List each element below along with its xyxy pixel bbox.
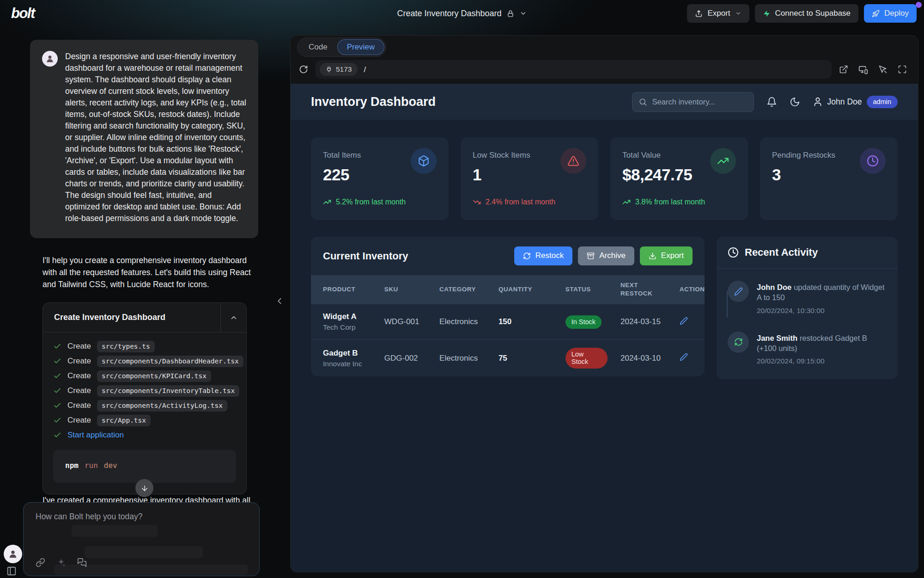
port-badge[interactable]: 5173 xyxy=(320,63,358,76)
chevron-left-icon xyxy=(274,296,285,306)
alert-triangle-icon xyxy=(560,148,586,174)
clock-icon xyxy=(728,247,739,258)
col-next-restock: Next Restock xyxy=(614,275,673,304)
user-icon xyxy=(813,97,823,107)
deploy-label: Deploy xyxy=(884,9,909,18)
collapse-chat-button[interactable] xyxy=(274,296,285,306)
tab-code[interactable]: Code xyxy=(299,39,337,55)
kpi-value: 3 xyxy=(772,166,835,184)
edit-row-button[interactable] xyxy=(680,317,688,325)
search-input[interactable] xyxy=(652,98,748,106)
dark-mode-toggle[interactable] xyxy=(790,97,800,107)
url-path: / xyxy=(364,65,366,74)
activity-actor: Jane Smith xyxy=(757,334,797,342)
step-action: Create xyxy=(67,416,91,425)
kpi-label: Low Stock Items xyxy=(473,149,530,160)
clock-icon xyxy=(860,148,886,174)
chevron-down-icon xyxy=(520,10,527,17)
step-action: Create xyxy=(67,386,91,395)
artifact-steps: Create src/types.ts Create src/component… xyxy=(43,332,246,444)
dashboard-header: Inventory Dashboard John Doe admin xyxy=(291,84,918,120)
check-icon xyxy=(53,416,61,424)
artifact-header[interactable]: Create Inventory Dashboard xyxy=(43,303,246,332)
lock-icon xyxy=(507,10,515,18)
archive-button[interactable]: Archive xyxy=(578,246,634,265)
file-chip[interactable]: src/components/KPICard.tsx xyxy=(97,370,211,382)
chat-bubbles-icon[interactable] xyxy=(77,558,87,567)
inspector-cursor-icon[interactable] xyxy=(878,65,888,74)
app-preview: Inventory Dashboard John Doe admin xyxy=(291,84,918,572)
share-icon xyxy=(695,10,703,18)
product-supplier: Innovate Inc xyxy=(323,360,371,368)
file-chip[interactable]: src/components/InventoryTable.tsx xyxy=(97,385,239,397)
next-restock-cell: 2024-03-15 xyxy=(614,304,673,340)
artifact-step: Create src/components/DashboardHeader.ts… xyxy=(53,354,236,369)
file-chip[interactable]: src/types.ts xyxy=(97,341,155,352)
product-name: Gadget B xyxy=(323,349,371,358)
kpi-card-total-items: Total Items 225 5.2% from last month xyxy=(311,137,449,220)
export-button[interactable]: Export xyxy=(687,4,749,23)
file-chip[interactable]: src/App.tsx xyxy=(97,415,151,426)
tab-preview[interactable]: Preview xyxy=(337,39,384,55)
link-icon[interactable] xyxy=(36,558,45,567)
category-cell: Electronics xyxy=(433,304,492,340)
check-icon xyxy=(53,372,61,380)
artifact-title: Create Inventory Dashboard xyxy=(43,303,220,332)
moon-icon xyxy=(790,97,800,107)
deploy-button[interactable]: Deploy xyxy=(864,4,917,23)
restock-button[interactable]: Restock xyxy=(514,246,572,265)
kpi-trend xyxy=(772,197,886,207)
plug-icon xyxy=(326,66,332,73)
preview-chrome-actions xyxy=(839,65,910,74)
open-external-icon[interactable] xyxy=(839,65,848,74)
role-badge: admin xyxy=(867,96,898,108)
responsive-devices-icon[interactable] xyxy=(858,65,868,74)
project-title-menu[interactable]: Create Inventory Dashboard xyxy=(397,9,527,18)
file-chip[interactable]: src/components/ActivityLog.tsx xyxy=(97,400,227,412)
arrow-down-icon xyxy=(140,484,149,492)
trending-up-icon xyxy=(710,148,736,174)
status-badge: Low Stock xyxy=(565,348,608,369)
scroll-down-button[interactable] xyxy=(135,479,153,497)
notifications-button[interactable] xyxy=(766,97,777,107)
quantity-cell[interactable]: 150 xyxy=(492,304,559,340)
chat-input[interactable] xyxy=(36,512,247,522)
fullscreen-icon[interactable] xyxy=(898,65,907,74)
check-icon xyxy=(53,431,61,439)
bulk-actions: Restock Archive Export xyxy=(514,246,693,265)
dashboard-header-actions: John Doe admin xyxy=(632,92,898,112)
step-action: Create xyxy=(67,357,91,366)
user-menu[interactable]: John Doe admin xyxy=(813,96,898,108)
reload-button[interactable] xyxy=(299,65,308,74)
trend-up-icon xyxy=(323,198,331,206)
check-icon xyxy=(53,342,61,350)
connect-supabase-button[interactable]: Connect to Supabase xyxy=(755,4,859,23)
refresh-icon xyxy=(523,252,531,260)
kpi-trend: 2.4% from last month xyxy=(473,197,586,207)
url-field[interactable]: 5173 / xyxy=(316,60,832,79)
product-supplier: Tech Corp xyxy=(323,323,371,332)
check-icon xyxy=(53,387,61,395)
product-name: Widget A xyxy=(323,312,371,321)
account-avatar[interactable] xyxy=(4,545,22,563)
top-bar: bolt Create Inventory Dashboard Export C… xyxy=(0,0,924,27)
code-preview-toggle: Code Preview xyxy=(297,37,386,57)
start-application-link[interactable]: Start application xyxy=(67,430,124,440)
bolt-logo[interactable]: bolt xyxy=(7,5,35,22)
search-icon xyxy=(638,98,647,106)
kpi-label: Total Value xyxy=(622,149,692,160)
archive-icon xyxy=(587,252,595,260)
sidebar-toggle-icon[interactable] xyxy=(6,566,17,576)
collapse-artifact-button[interactable] xyxy=(220,303,246,332)
kpi-trend: 5.2% from last month xyxy=(323,197,437,207)
file-chip[interactable]: src/components/DashboardHeader.tsx xyxy=(97,356,243,367)
edit-row-button[interactable] xyxy=(680,353,688,361)
pencil-icon xyxy=(680,353,688,361)
inventory-table: Product SKU Category Quantity Status Nex… xyxy=(311,275,705,376)
chat-input-panel xyxy=(23,502,260,576)
table-row: Widget A Tech Corp WDG-001 Electronics 1… xyxy=(311,304,705,340)
quantity-cell[interactable]: 75 xyxy=(492,340,559,377)
sparkles-icon[interactable] xyxy=(56,558,66,567)
inventory-search[interactable] xyxy=(632,92,754,112)
export-csv-button[interactable]: Export xyxy=(640,246,693,265)
